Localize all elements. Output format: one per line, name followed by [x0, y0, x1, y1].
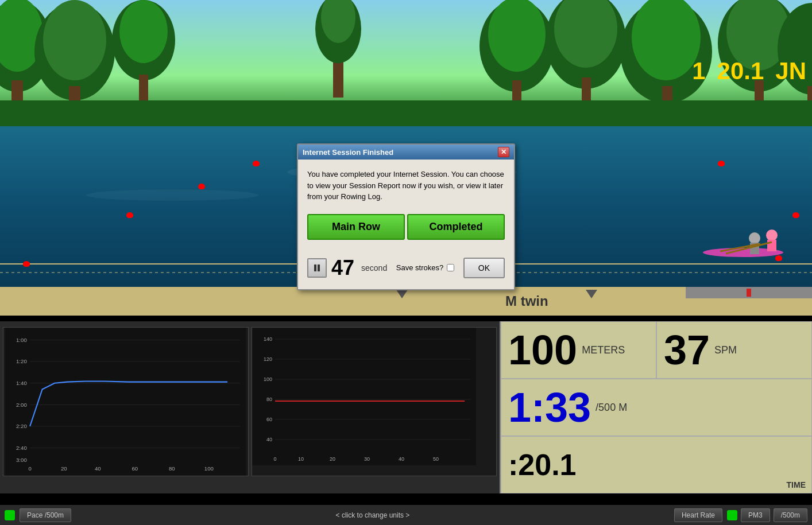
svg-text:50: 50	[432, 456, 438, 462]
per500-button[interactable]: /500m	[774, 508, 807, 522]
status-right: PM3 /500m	[727, 508, 807, 522]
completed-button[interactable]: Completed	[407, 214, 505, 240]
svg-text:40: 40	[266, 437, 272, 442]
dialog-footer: 47 second Save strokes? OK	[307, 251, 505, 280]
dialog-overlay: Internet Session Finished ✕ You have com…	[0, 0, 812, 321]
svg-text:3:00: 3:00	[16, 457, 27, 463]
time-label: TIME	[787, 480, 806, 489]
meters-unit: METERS	[582, 344, 625, 356]
svg-text:30: 30	[364, 456, 369, 462]
svg-text:80: 80	[169, 465, 175, 472]
svg-text:140: 140	[263, 336, 272, 342]
bottom-area: 1:00 1:20 1:40 2:00 2:20 2:40 3:00 0 20 …	[0, 321, 812, 493]
timer-value: 47	[331, 256, 354, 280]
svg-rect-43	[314, 265, 316, 271]
dialog-action-buttons: Main Row Completed	[307, 214, 505, 240]
timer-unit: second	[361, 263, 387, 273]
svg-text:0: 0	[28, 465, 31, 472]
pace-chart: 1:00 1:20 1:40 2:00 2:20 2:40 3:00 0 20 …	[3, 327, 249, 476]
pace-cell: 1:33 /500 M	[501, 379, 812, 436]
svg-text:100: 100	[204, 465, 214, 472]
svg-text:40: 40	[398, 456, 404, 462]
dialog-message: You have completed your Internet Session…	[307, 169, 505, 203]
svg-text:2:40: 2:40	[16, 445, 27, 451]
status-bar: Pace /500m < click to change units > Hea…	[0, 505, 812, 525]
dialog-title: Internet Session Finished	[303, 148, 393, 157]
time-value: :20.1	[508, 450, 577, 480]
pace-unit-button[interactable]: Pace /500m	[20, 508, 71, 522]
svg-text:100: 100	[263, 376, 272, 382]
heart-chart-svg: 140 120 100 80 60 40 0 10 20 30 40 50	[252, 328, 497, 476]
svg-text:60: 60	[132, 465, 138, 472]
charts-area: 1:00 1:20 1:40 2:00 2:20 2:40 3:00 0 20 …	[0, 321, 500, 493]
pm3-label: PM3	[741, 508, 770, 522]
pace-chart-svg: 1:00 1:20 1:40 2:00 2:20 2:40 3:00 0 20 …	[3, 328, 248, 476]
meters-cell: 100 METERS	[501, 321, 656, 379]
meters-value: 100	[508, 329, 577, 371]
save-strokes-area: Save strokes?	[396, 263, 454, 272]
svg-text:2:20: 2:20	[16, 423, 27, 429]
pace-unit: /500 M	[596, 402, 627, 414]
internet-session-dialog: Internet Session Finished ✕ You have com…	[297, 143, 515, 290]
svg-rect-65	[252, 328, 476, 465]
spm-unit: SPM	[714, 344, 737, 356]
dialog-close-button[interactable]: ✕	[498, 147, 509, 157]
svg-text:20: 20	[329, 456, 335, 462]
svg-text:0: 0	[273, 456, 276, 462]
click-to-change[interactable]: < click to change units >	[76, 511, 670, 519]
main-row-button[interactable]: Main Row	[307, 214, 405, 240]
pause-button[interactable]	[307, 258, 327, 278]
stats-panel: 100 METERS 37 SPM 1:33 /500 M :20.1 TIME	[500, 321, 812, 493]
svg-text:1:40: 1:40	[16, 380, 27, 386]
time-cell: :20.1 TIME	[501, 436, 812, 493]
svg-text:20: 20	[61, 465, 67, 472]
pace-value: 1:33	[508, 387, 591, 428]
heart-rate-button[interactable]: Heart Rate	[674, 508, 722, 522]
save-strokes-label: Save strokes?	[396, 263, 443, 272]
spm-value: 37	[664, 329, 710, 371]
heart-rate-chart: 140 120 100 80 60 40 0 10 20 30 40 50	[252, 327, 497, 476]
rowing-scene: 1 20.1 JN 2 22.2 AW	[0, 0, 812, 321]
dialog-titlebar: Internet Session Finished ✕	[298, 145, 514, 160]
svg-text:1:00: 1:00	[16, 337, 27, 343]
svg-text:120: 120	[263, 356, 272, 362]
spm-cell: 37 SPM	[656, 321, 812, 379]
dialog-body: You have completed your Internet Session…	[298, 160, 514, 289]
status-green-dot-2	[727, 510, 737, 520]
svg-text:60: 60	[266, 417, 272, 422]
ok-button[interactable]: OK	[463, 258, 505, 278]
svg-text:40: 40	[95, 465, 101, 472]
svg-text:1:20: 1:20	[16, 358, 27, 364]
dialog-footer-left: 47 second	[307, 256, 387, 280]
svg-rect-45	[5, 328, 246, 476]
save-strokes-checkbox[interactable]	[447, 264, 454, 271]
svg-rect-44	[318, 265, 320, 271]
svg-text:2:00: 2:00	[16, 402, 27, 408]
pause-icon	[313, 264, 321, 272]
svg-text:80: 80	[266, 396, 272, 402]
status-indicator	[5, 510, 15, 520]
svg-text:10: 10	[297, 456, 303, 462]
